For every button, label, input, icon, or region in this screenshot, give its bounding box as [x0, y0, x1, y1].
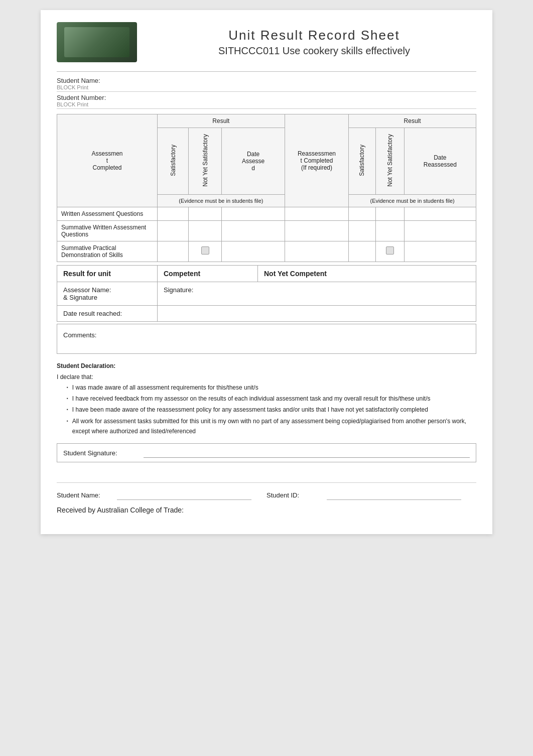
bottom-student-id-label: Student ID: — [266, 491, 327, 499]
date-reached-row: Date result reached: — [57, 305, 476, 321]
logo — [57, 22, 137, 62]
col-satisfactory2-header: Satisfactory — [349, 128, 375, 195]
row2-reassess — [285, 220, 349, 241]
received-text: Received by Australian College of Trade: — [57, 506, 476, 514]
header-title: Unit Result Record Sheet SITHCCC011 Use … — [152, 28, 476, 57]
assessor-label: Assessor Name: & Signature — [57, 282, 158, 305]
row1-sat2 — [349, 207, 375, 220]
student-number-subtext: BLOCK Print — [57, 101, 476, 107]
student-name-subtext: BLOCK Print — [57, 84, 476, 90]
row2-sat2 — [349, 220, 375, 241]
evidence-note-2: (Evidence must be in students file) — [349, 194, 476, 207]
check-icon-1 — [201, 246, 209, 255]
assessor-row: Assessor Name: & Signature Signature: — [57, 282, 476, 305]
page-title-line1: Unit Result Record Sheet — [152, 28, 476, 43]
declaration-item-1: I was made aware of all assessment requi… — [67, 383, 476, 393]
row1-date — [222, 207, 285, 220]
evidence-note-1: (Evidence must be in students file) — [158, 194, 285, 207]
student-signature-line — [144, 448, 470, 458]
row3-nys2 — [375, 241, 404, 262]
signature-text: Signature: — [164, 286, 193, 294]
row1-sat — [158, 207, 189, 220]
col-satisfactory-header: Satisfactory — [158, 128, 189, 195]
col-date-assessed-header: Date Assesse d — [222, 128, 285, 195]
row3-reassess — [285, 241, 349, 262]
student-number-label: Student Number: — [57, 94, 476, 101]
col-not-yet2-header: Not Yet Satisfactory — [375, 128, 404, 195]
row1-nys — [189, 207, 222, 220]
signature-cell: Signature: — [158, 282, 476, 305]
col-assessment-header: Assessmen t Completed — [57, 114, 158, 207]
row2-nys2 — [375, 220, 404, 241]
row2-label: Summative Written Assessment Questions — [57, 220, 158, 241]
row3-sat — [158, 241, 189, 262]
page: Unit Result Record Sheet SITHCCC011 Use … — [41, 10, 492, 534]
row3-date — [222, 241, 285, 262]
bottom-student-name-label: Student Name: — [57, 491, 117, 499]
comments-label: Comments: — [63, 331, 96, 339]
student-name-label: Student Name: — [57, 77, 476, 84]
declaration-title: Student Declaration: — [57, 361, 476, 371]
table-row: Summative Written Assessment Questions — [57, 220, 476, 241]
bottom-student-name-field — [117, 490, 251, 500]
row2-nys — [189, 220, 222, 241]
col-reassessment-header: Reassessmen t Completed (If required) — [285, 114, 349, 207]
student-name-row: Student Name: BLOCK Print — [57, 75, 476, 92]
not-yet-competent-value: Not Yet Competent — [258, 265, 476, 282]
row3-sat2 — [349, 241, 375, 262]
row3-label: Summative Practical Demonstration of Ski… — [57, 241, 158, 262]
result-unit-table: Result for unit Competent Not Yet Compet… — [57, 265, 476, 322]
header: Unit Result Record Sheet SITHCCC011 Use … — [57, 22, 476, 62]
bottom-names-row: Student Name: Student ID: — [57, 490, 476, 500]
bottom-student-id-field — [327, 490, 461, 500]
result-unit-label: Result for unit — [57, 265, 158, 282]
logo-inner — [64, 27, 129, 57]
student-signature-row: Student Signature: — [57, 443, 476, 462]
check-icon-2 — [386, 246, 394, 255]
table-row: Summative Practical Demonstration of Ski… — [57, 241, 476, 262]
row1-date2 — [404, 207, 476, 220]
declaration-item-4: All work for assessment tasks submitted … — [67, 416, 476, 437]
assessment-table: Assessmen t Completed Result Reassessmen… — [57, 114, 476, 262]
row1-nys2 — [375, 207, 404, 220]
col-not-yet-header: Not Yet Satisfactory — [189, 128, 222, 195]
declaration-section: Student Declaration: I declare that: I w… — [57, 361, 476, 437]
col-result2-header: Result — [349, 114, 476, 128]
result-unit-row: Result for unit Competent Not Yet Compet… — [57, 265, 476, 282]
row2-date2 — [404, 220, 476, 241]
declaration-intro: I declare that: — [57, 372, 476, 382]
date-reached-label: Date result reached: — [57, 305, 158, 321]
declaration-list: I was made aware of all assessment requi… — [57, 383, 476, 437]
row1-reassess — [285, 207, 349, 220]
declaration-item-3: I have been made aware of the reassessme… — [67, 405, 476, 415]
competent-value: Competent — [158, 265, 258, 282]
student-number-row: Student Number: BLOCK Print — [57, 92, 476, 109]
row3-date2 — [404, 241, 476, 262]
col-date-reassessed-header: Date Reassessed — [404, 128, 476, 195]
col-result-header: Result — [158, 114, 285, 128]
student-signature-label: Student Signature: — [63, 449, 144, 457]
page-title-line2: SITHCCC011 Use cookery skills effectivel… — [152, 45, 476, 57]
date-reached-value — [158, 305, 476, 321]
row1-label: Written Assessment Questions — [57, 207, 158, 220]
row2-sat — [158, 220, 189, 241]
comments-section: Comments: — [57, 324, 476, 354]
bottom-section: Student Name: Student ID: Received by Au… — [57, 482, 476, 514]
declaration-item-2: I have received feedback from my assesso… — [67, 394, 476, 404]
row2-date — [222, 220, 285, 241]
row3-nys — [189, 241, 222, 262]
table-row: Written Assessment Questions — [57, 207, 476, 220]
